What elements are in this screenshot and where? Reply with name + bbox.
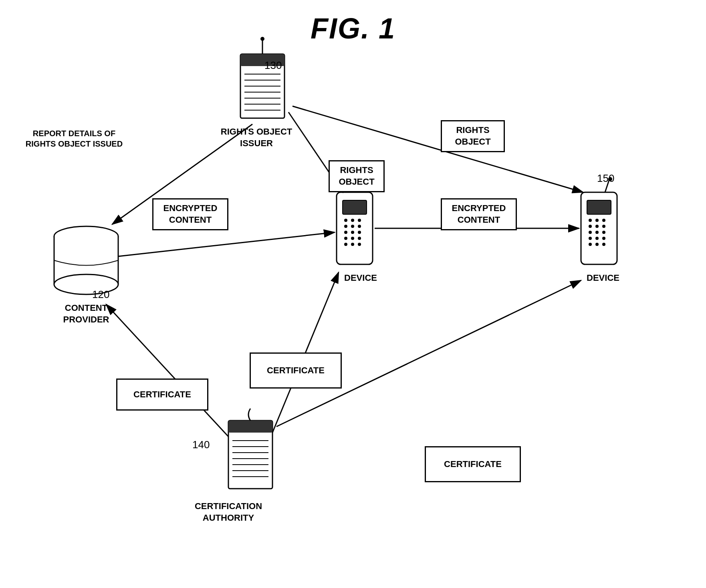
svg-point-25: [344, 225, 347, 228]
svg-point-44: [589, 225, 592, 228]
ref-140: 140: [192, 439, 210, 451]
svg-point-51: [595, 237, 599, 240]
box-rights-object-2: RIGHTS OBJECT: [329, 160, 385, 192]
svg-rect-40: [587, 200, 611, 214]
svg-point-30: [358, 231, 361, 234]
svg-line-68: [118, 232, 335, 256]
svg-point-12: [260, 37, 264, 41]
box-rights-object-1: RIGHTS OBJECT: [441, 120, 505, 152]
label-ca: CERTIFICATION AUTHORITY: [176, 501, 280, 524]
svg-point-48: [595, 231, 599, 234]
box-certificate-3: CERTIFICATE: [425, 446, 521, 482]
svg-point-52: [602, 237, 605, 240]
svg-point-46: [602, 225, 605, 228]
ref-150: 150: [597, 172, 614, 185]
svg-point-45: [595, 225, 599, 228]
svg-point-49: [602, 231, 605, 234]
ref-130: 130: [264, 59, 282, 72]
svg-point-33: [358, 237, 361, 240]
box-certificate-1: CERTIFICATE: [250, 352, 342, 389]
svg-point-28: [344, 231, 347, 234]
svg-point-29: [351, 231, 354, 234]
svg-rect-21: [343, 200, 367, 214]
svg-point-43: [602, 219, 605, 222]
svg-point-22: [344, 219, 347, 222]
svg-point-35: [351, 243, 354, 246]
label-device-110: DEVICE: [337, 272, 385, 284]
svg-point-27: [358, 225, 361, 228]
ref-120: 120: [92, 288, 109, 301]
svg-point-53: [589, 243, 592, 246]
svg-point-55: [602, 243, 605, 246]
svg-point-23: [351, 219, 354, 222]
label-cp: CONTENT PROVIDER: [46, 302, 126, 325]
diagram: FIG. 1 130 RIGHTS OBJECT ISSUER 120 CONT…: [0, 0, 706, 588]
svg-point-50: [589, 237, 592, 240]
svg-point-34: [344, 243, 347, 246]
box-encrypted-content-2: ENCRYPTED CONTENT: [441, 198, 517, 230]
svg-point-41: [589, 219, 592, 222]
svg-point-54: [595, 243, 599, 246]
label-device-150: DEVICE: [579, 272, 627, 284]
svg-rect-57: [228, 421, 272, 433]
fig-title: FIG. 1: [311, 12, 395, 45]
label-roi: RIGHTS OBJECT ISSUER: [216, 126, 297, 149]
box-certificate-2: CERTIFICATE: [116, 379, 208, 411]
label-report: REPORT DETAILS OF RIGHTS OBJECT ISSUED: [24, 128, 124, 149]
svg-point-32: [351, 237, 354, 240]
svg-point-31: [344, 237, 347, 240]
svg-point-42: [595, 219, 599, 222]
svg-point-26: [351, 225, 354, 228]
box-encrypted-content-1: ENCRYPTED CONTENT: [152, 198, 228, 230]
svg-point-24: [358, 219, 361, 222]
svg-point-47: [589, 231, 592, 234]
svg-point-36: [358, 243, 361, 246]
